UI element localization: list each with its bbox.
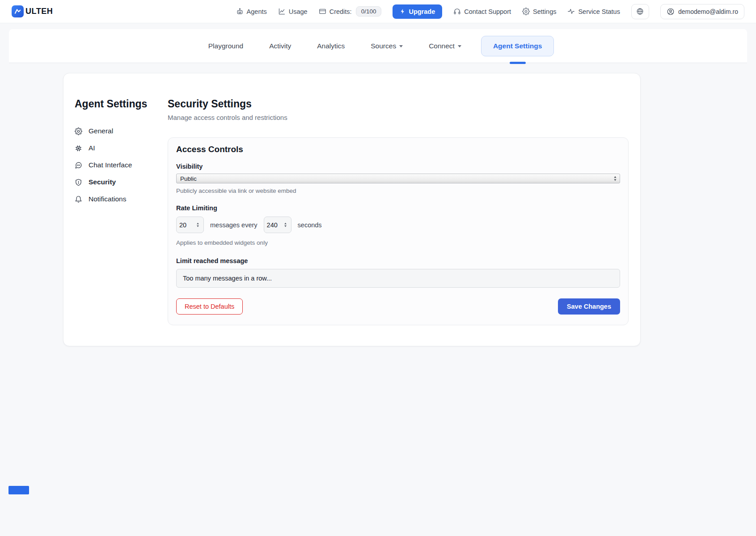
reset-to-defaults-button[interactable]: Reset to Defaults [176,298,243,315]
visibility-select[interactable]: Public [176,174,620,183]
rate-help-text: Applies to embedded widgets only [176,239,620,246]
sidebar-item-chat-interface-label: Chat Interface [89,161,132,169]
seconds-stepper[interactable] [264,217,291,233]
nav-agents-label: Agents [247,8,267,15]
visibility-help-text: Publicly accessible via link or website … [176,187,620,194]
chart-icon [278,8,286,15]
limit-message-label: Limit reached message [176,257,620,264]
nav-usage[interactable]: Usage [278,8,308,15]
page-subtitle: Manage access controls and restrictions [168,114,629,121]
robot-icon [236,8,244,15]
rate-limiting-row: messages every seconds [176,217,620,233]
upgrade-button[interactable]: Upgrade [393,4,442,19]
account-email: demodemo@aldim.ro [678,8,738,15]
chevron-down-icon [458,45,461,47]
lightning-bolt-icon [400,9,405,14]
gear-icon [75,128,82,135]
security-settings-content: Security Settings Manage access controls… [168,98,629,325]
brand-logo[interactable]: ULTEH [12,5,53,17]
brand-name: ULTEH [25,7,53,16]
select-arrows-icon [613,175,617,182]
agent-tab-bar: Playground Activity Analytics Sources Co… [9,29,747,63]
user-avatar-icon [667,8,675,16]
bottom-left-blue-bar [8,486,29,494]
nav-credits[interactable]: Credits: 0/100 [319,6,382,17]
chip-icon [75,145,82,152]
page-title: Security Settings [168,98,629,110]
tab-activity[interactable]: Activity [263,38,297,54]
credit-card-icon [319,8,326,15]
shield-icon [75,179,82,186]
language-globe-button[interactable] [631,4,649,19]
sidebar-item-ai-label: AI [89,144,95,152]
nav-settings[interactable]: Settings [522,8,556,15]
access-controls-card: Access Controls Visibility Public Public… [168,137,629,325]
agent-settings-panel: Agent Settings General AI Chat Interface… [63,73,641,346]
gear-icon [522,8,530,15]
settings-nav: General AI Chat Interface Security Notif… [75,123,168,208]
visibility-label: Visibility [176,163,620,170]
settings-sidebar-title: Agent Settings [75,98,168,110]
top-nav-links: Agents Usage Credits: 0/100 Upgrade Cont… [236,4,744,19]
stepper-arrows-icon[interactable] [196,222,200,228]
seconds-input[interactable] [267,221,281,229]
account-menu-button[interactable]: demodemo@aldim.ro [660,4,744,19]
rate-mid-text: messages every [210,221,258,229]
sidebar-item-chat-interface[interactable]: Chat Interface [75,157,168,174]
access-controls-title: Access Controls [176,145,620,154]
rate-suffix-text: seconds [298,221,322,229]
stepper-arrows-icon[interactable] [283,222,287,228]
tab-activity-label: Activity [269,42,291,50]
save-changes-button[interactable]: Save Changes [558,298,620,315]
nav-credits-label: Credits: [329,8,352,15]
sidebar-item-general[interactable]: General [75,123,168,140]
messages-count-stepper[interactable] [176,217,204,233]
chevron-down-icon [399,45,403,47]
nav-contact-support-label: Contact Support [464,8,511,15]
messages-count-input[interactable] [179,221,194,229]
sidebar-item-security-label: Security [89,178,116,186]
nav-agents[interactable]: Agents [236,8,267,15]
tab-playground[interactable]: Playground [202,38,249,54]
tab-analytics-label: Analytics [317,42,345,50]
sidebar-item-notifications-label: Notifications [89,195,126,203]
tab-connect[interactable]: Connect [422,38,468,54]
visibility-selected-value: Public [180,175,197,182]
tab-sources-label: Sources [371,42,396,50]
tab-connect-label: Connect [429,42,455,50]
pulse-icon [567,8,575,15]
nav-contact-support[interactable]: Contact Support [453,8,511,15]
sidebar-item-ai[interactable]: AI [75,140,168,157]
chat-bubble-icon [75,162,82,169]
globe-icon [636,8,644,15]
limit-message-input[interactable] [176,269,620,288]
tab-analytics[interactable]: Analytics [311,38,351,54]
sidebar-item-notifications[interactable]: Notifications [75,191,168,208]
headset-icon [453,8,461,15]
brand-logo-icon [12,5,24,17]
settings-sidebar: Agent Settings General AI Chat Interface… [75,98,168,325]
form-actions: Reset to Defaults Save Changes [176,298,620,315]
nav-usage-label: Usage [289,8,308,15]
nav-service-status-label: Service Status [578,8,620,15]
tab-agent-settings-label: Agent Settings [493,42,542,50]
sidebar-item-security[interactable]: Security [75,174,168,191]
bell-icon [75,196,82,203]
nav-service-status[interactable]: Service Status [567,8,620,15]
tab-playground-label: Playground [208,42,243,50]
sidebar-item-general-label: General [89,127,113,135]
rate-limiting-label: Rate Limiting [176,204,620,212]
tab-agent-settings[interactable]: Agent Settings [481,36,554,56]
upgrade-label: Upgrade [409,8,435,15]
credits-badge: 0/100 [356,6,382,17]
tab-sources[interactable]: Sources [364,38,409,54]
top-navbar: ULTEH Agents Usage Credits: 0/100 Upgrad… [0,0,756,23]
nav-settings-label: Settings [533,8,556,15]
